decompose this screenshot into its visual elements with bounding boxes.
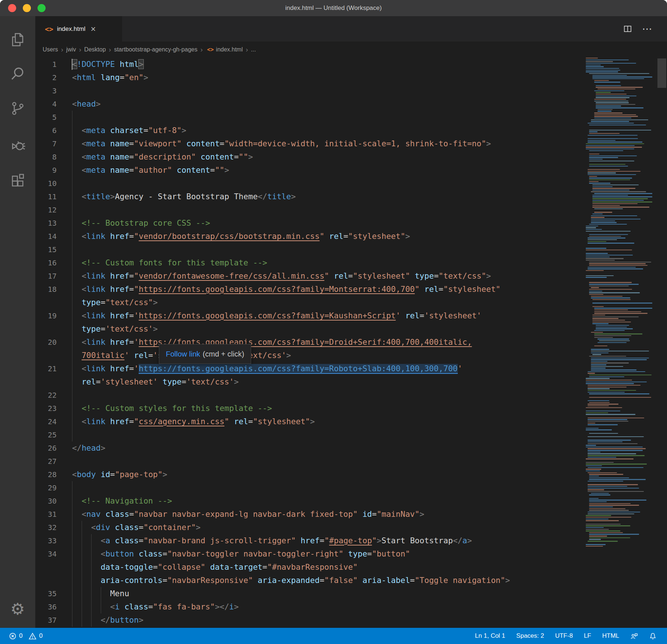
line-number[interactable]: 13 <box>35 217 57 230</box>
explorer-icon[interactable] <box>10 31 26 47</box>
code-line[interactable]: 33 <a class="navbar-brand js-scroll-trig… <box>35 534 584 547</box>
status-item[interactable]: UTF-8 <box>555 632 573 640</box>
line-number[interactable]: 5 <box>35 111 57 124</box>
code-line[interactable]: 31 <nav class="navbar navbar-expand-lg n… <box>35 508 584 521</box>
line-number[interactable]: 37 <box>35 613 57 627</box>
line-number[interactable]: 27 <box>35 455 57 468</box>
code-line[interactable]: 23 <!-- Custom styles for this template … <box>35 402 584 415</box>
code-line[interactable]: 34 <button class="navbar-toggler navbar-… <box>35 547 584 561</box>
line-number[interactable]: 4 <box>35 97 57 111</box>
breadcrumb-item[interactable]: Desktop <box>84 46 106 53</box>
code-line[interactable]: 27 <box>35 455 584 468</box>
search-icon[interactable] <box>10 65 26 82</box>
code-line[interactable]: 700italic' rel='stylesheet' type='text/c… <box>35 349 584 362</box>
code-line[interactable]: data-toggle="collapse" data-target="#nav… <box>35 561 584 574</box>
source-control-icon[interactable] <box>10 100 26 117</box>
more-actions-icon[interactable]: ⋯ <box>642 25 652 33</box>
breadcrumb-item-more[interactable]: ... <box>251 46 256 53</box>
line-number[interactable]: 31 <box>35 508 57 521</box>
bell-icon[interactable] <box>649 632 657 640</box>
line-number[interactable]: 36 <box>35 600 57 613</box>
code-line[interactable]: 28<body id="page-top"> <box>35 468 584 481</box>
code-line[interactable]: 1<!DOCTYPE html> <box>35 58 584 71</box>
code-line[interactable]: 5 <box>35 111 584 124</box>
code-line[interactable]: 22 <box>35 389 584 402</box>
code-line[interactable]: 9 <meta name="author" content=""> <box>35 164 584 177</box>
line-number[interactable]: 22 <box>35 389 57 402</box>
line-number[interactable]: 1 <box>35 58 57 71</box>
line-number[interactable]: 30 <box>35 494 57 508</box>
code-line[interactable]: 32 <div class="container"> <box>35 521 584 534</box>
breadcrumb-item[interactable]: jwiv <box>66 46 76 53</box>
status-item[interactable]: LF <box>584 632 591 640</box>
code-line[interactable]: 37 </button> <box>35 613 584 627</box>
code-line[interactable]: aria-controls="navbarResponsive" aria-ex… <box>35 574 584 587</box>
editor-scrollbar[interactable] <box>657 58 667 628</box>
line-number[interactable]: 33 <box>35 534 57 547</box>
status-item[interactable]: Spaces: 2 <box>516 632 544 640</box>
line-number[interactable]: 20 <box>35 336 57 349</box>
line-number[interactable]: 11 <box>35 190 57 203</box>
line-number[interactable]: 17 <box>35 269 57 283</box>
code-line[interactable]: 4<head> <box>35 97 584 111</box>
line-number[interactable]: 2 <box>35 71 57 84</box>
line-number[interactable]: 35 <box>35 587 57 600</box>
settings-gear-icon[interactable]: ⚙ <box>8 600 27 619</box>
code-line[interactable]: 36 <i class="fas fa-bars"></i> <box>35 600 584 613</box>
status-item[interactable]: Ln 1, Col 1 <box>475 632 505 640</box>
code-line[interactable]: 17 <link href="vendor/fontawesome-free/c… <box>35 269 584 283</box>
follow-link-button[interactable]: Follow link <box>166 350 200 358</box>
status-item[interactable]: HTML <box>602 632 619 640</box>
line-number[interactable]: 8 <box>35 150 57 164</box>
line-number[interactable]: 26 <box>35 441 57 455</box>
breadcrumb-item[interactable]: startbootstrap-agency-gh-pages <box>114 46 197 53</box>
line-number[interactable]: 34 <box>35 547 57 561</box>
run-debug-icon[interactable] <box>10 137 26 154</box>
line-number[interactable]: 3 <box>35 84 57 97</box>
code-line[interactable]: 12 <box>35 203 584 217</box>
line-number[interactable]: 19 <box>35 309 57 322</box>
code-line[interactable]: 6 <meta charset="utf-8"> <box>35 124 584 137</box>
code-line[interactable]: 29 <box>35 481 584 494</box>
line-number[interactable]: 7 <box>35 137 57 150</box>
line-number[interactable]: 10 <box>35 177 57 190</box>
code-line[interactable]: 2<html lang="en"> <box>35 71 584 84</box>
minimap[interactable] <box>584 58 657 628</box>
code-line[interactable]: 35 Menu <box>35 587 584 600</box>
line-number[interactable]: 15 <box>35 243 57 256</box>
extensions-icon[interactable] <box>10 172 26 189</box>
line-number[interactable]: 32 <box>35 521 57 534</box>
feedback-icon[interactable] <box>630 632 638 640</box>
line-number[interactable]: 14 <box>35 230 57 243</box>
problems-summary[interactable]: 0 0 <box>9 628 43 644</box>
split-editor-icon[interactable] <box>623 25 632 33</box>
code-line[interactable]: 7 <meta name="viewport" content="width=d… <box>35 137 584 150</box>
code-line[interactable]: 20 <link href='https://fonts.googleapis.… <box>35 336 584 349</box>
code-editor[interactable]: 1<!DOCTYPE html>2<html lang="en">34<head… <box>35 58 584 628</box>
code-line[interactable]: 11 <title>Agency - Start Bootstrap Theme… <box>35 190 584 203</box>
code-line[interactable]: 21 <link href='https://fonts.googleapis.… <box>35 362 584 375</box>
code-line[interactable]: 18 <link href="https://fonts.googleapis.… <box>35 283 584 296</box>
code-line[interactable]: 16 <!-- Custom fonts for this template -… <box>35 256 584 269</box>
code-line[interactable]: type="text/css"> <box>35 296 584 309</box>
tab-index-html[interactable]: <> index.html × <box>35 16 122 42</box>
line-number[interactable]: 12 <box>35 203 57 217</box>
line-number[interactable]: 16 <box>35 256 57 269</box>
tab-close-icon[interactable]: × <box>90 25 96 33</box>
code-line[interactable]: 10 <box>35 177 584 190</box>
code-line[interactable]: 26</head> <box>35 441 584 455</box>
line-number[interactable]: 21 <box>35 362 57 375</box>
line-number[interactable]: 25 <box>35 428 57 441</box>
line-number[interactable]: 23 <box>35 402 57 415</box>
code-line[interactable]: 8 <meta name="description" content=""> <box>35 150 584 164</box>
code-line[interactable]: 13 <!-- Bootstrap core CSS --> <box>35 217 584 230</box>
code-line[interactable]: rel='stylesheet' type='text/css'> <box>35 375 584 389</box>
line-number[interactable]: 29 <box>35 481 57 494</box>
scrollbar-thumb[interactable] <box>657 58 666 88</box>
code-line[interactable]: 24 <link href="css/agency.min.css" rel="… <box>35 415 584 428</box>
line-number[interactable]: 18 <box>35 283 57 296</box>
code-line[interactable]: 3 <box>35 84 584 97</box>
breadcrumb-item[interactable]: Users <box>43 46 58 53</box>
code-line[interactable]: 14 <link href="vendor/bootstrap/css/boot… <box>35 230 584 243</box>
line-number[interactable]: 9 <box>35 164 57 177</box>
